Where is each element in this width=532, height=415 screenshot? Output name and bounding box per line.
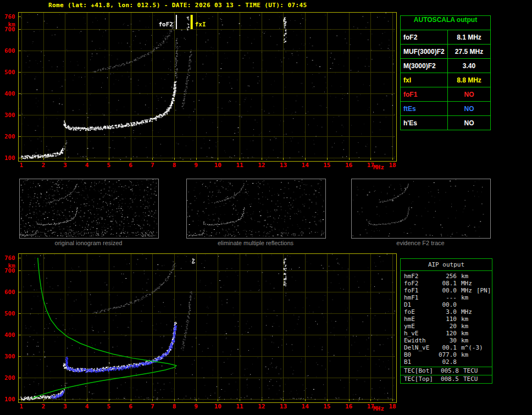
thumbnail-caption-original: original ionogram resized [19, 240, 158, 246]
y-axis-tick-500: 500 [1, 69, 15, 76]
x-axis-tick-6: 6 [123, 403, 139, 410]
autoscala-row-4: foF1NO [401, 87, 490, 101]
fof2-marker-label: foF2 [158, 21, 173, 28]
x-axis-tick-4: 4 [79, 403, 95, 410]
aip-row-unit: km [461, 294, 468, 301]
aip-tec-unit: TECU [463, 367, 478, 375]
aip-row-label: B1 [404, 358, 438, 366]
ionogram-bottom-plot [18, 253, 397, 403]
ionogram-top-canvas [19, 13, 395, 160]
x-axis-tick-14: 14 [297, 162, 313, 169]
autoscala-row-value: 8.1 MHz [448, 30, 490, 44]
x-axis-tick-9: 9 [188, 162, 204, 169]
x-axis-unit-label: MHz [373, 164, 384, 171]
aip-tec-rows: TEC[Bot]005.8TECUTEC[Top]008.5TECU [401, 367, 492, 383]
autoscala-output-table: AUTOSCALA output foF28.1 MHzMUF(3000)F22… [400, 15, 491, 130]
thumbnail-evidence-f2 [351, 179, 491, 239]
x-axis-tick-13: 13 [275, 162, 291, 169]
autoscala-row-value: NO [448, 87, 490, 101]
x-axis-tick-18: 18 [384, 403, 401, 410]
aip-row-value: 00.0 [438, 301, 457, 308]
autoscala-row-label: foF1 [401, 87, 448, 101]
y-axis-tick-300: 300 [1, 112, 15, 119]
aip-row-label: ymE [404, 323, 438, 330]
aip-row-value: --- [438, 294, 457, 301]
aip-tec-value: 008.5 [437, 375, 459, 383]
aip-row-8: h_vE120km [401, 330, 492, 337]
aip-row-5: foE3.0MHz [401, 308, 492, 316]
aip-tec-label: TEC[Bot] [404, 367, 437, 375]
aip-row-value: 20 [438, 323, 457, 330]
aip-row-6: hmE110km [401, 316, 492, 323]
autoscala-row-label: h'Es [401, 116, 448, 130]
aip-row-value: 30 [438, 337, 457, 344]
autoscala-row-5: ftEsNO [401, 101, 490, 115]
aip-tec-unit: TECU [463, 375, 478, 383]
header-title: Rome (lat: +41.8, lon: 012.5) - DATE: 20… [48, 2, 307, 9]
aip-row-unit: MHz [461, 287, 472, 294]
autoscala-row-label: foF2 [401, 30, 448, 44]
aip-row-unit: km [461, 337, 468, 344]
aip-row-0: hmF2256km [401, 273, 492, 280]
x-axis-tick-8: 8 [166, 162, 182, 169]
y-axis-unit-label: km [1, 262, 15, 269]
x-axis-tick-11: 11 [231, 403, 248, 410]
thumbnail-caption-evidence: evidence F2 trace [351, 240, 490, 246]
x-axis-tick-1: 1 [13, 162, 30, 169]
aip-row-label: Ewidth [404, 337, 438, 344]
fxi-marker-label: fxI [195, 21, 206, 28]
x-axis-tick-2: 2 [35, 403, 52, 410]
aip-tec-row-1: TEC[Top]008.5TECU [401, 375, 492, 383]
aip-row-value: 00.0 [438, 287, 457, 294]
y-axis-tick-600: 600 [1, 47, 15, 54]
x-axis-tick-4: 4 [79, 162, 95, 169]
aip-row-unit: MHz [461, 308, 472, 316]
y-axis-tick-100: 100 [1, 154, 15, 162]
x-axis-tick-16: 16 [341, 403, 357, 410]
aip-row-value: 077.0 [438, 351, 457, 358]
aip-row-unit: km [461, 323, 468, 330]
x-axis-tick-5: 5 [101, 403, 117, 410]
x-axis-tick-12: 12 [253, 403, 270, 410]
autoscala-row-0: foF28.1 MHz [401, 30, 490, 44]
autoscala-row-label: MUF(3000)F2 [401, 45, 448, 58]
aip-row-label: foF2 [404, 280, 438, 287]
y-axis-tick-300: 300 [1, 353, 15, 360]
x-axis-tick-7: 7 [144, 403, 160, 410]
autoscala-row-value: NO [448, 116, 490, 130]
aip-row-label: hmF2 [404, 273, 438, 280]
autoscala-table-title: AUTOSCALA output [401, 16, 490, 30]
x-axis-tick-7: 7 [144, 162, 160, 169]
aip-tec-label: TEC[Top] [404, 375, 437, 383]
aip-row-unit: km [461, 273, 468, 280]
x-axis-tick-2: 2 [35, 162, 52, 169]
autoscala-row-label: fxI [401, 73, 448, 87]
autoscala-row-3: fxI8.8 MHz [401, 73, 490, 87]
x-axis-tick-15: 15 [319, 162, 335, 169]
aip-row-value: 256 [438, 273, 457, 280]
y-axis-tick-400: 400 [1, 331, 15, 339]
aip-tec-value: 005.8 [437, 367, 459, 375]
thumbnail-caption-reflections: eliminate multiple reflections [186, 240, 325, 246]
y-axis-tick-600: 600 [1, 289, 15, 296]
aip-row-label: foE [404, 308, 438, 316]
aip-row-value: 08.1 [438, 280, 457, 287]
aip-row-unit: km [461, 316, 468, 323]
aip-row-label: hmE [404, 316, 438, 323]
x-axis-tick-6: 6 [123, 162, 139, 169]
autoscala-row-value: 27.5 MHz [448, 45, 490, 58]
aip-row-note: [PN] [476, 287, 491, 294]
x-axis-tick-14: 14 [297, 403, 313, 410]
aip-row-value: 3.0 [438, 308, 457, 316]
autoscala-row-label: ftEs [401, 102, 448, 115]
y-axis-unit-label: km [1, 21, 15, 28]
x-axis-tick-11: 11 [231, 162, 248, 169]
aip-row-value: 120 [438, 330, 457, 337]
x-axis-tick-10: 10 [209, 162, 226, 169]
aip-row-10: DelN_vE00.1m^(-3) [401, 344, 492, 351]
aip-row-7: ymE20km [401, 323, 492, 330]
thumbnail-canvas-original [20, 179, 157, 237]
autoscala-row-label: M(3000)F2 [401, 59, 448, 73]
thumbnail-original-ionogram [19, 179, 159, 239]
x-axis-tick-15: 15 [319, 403, 335, 410]
